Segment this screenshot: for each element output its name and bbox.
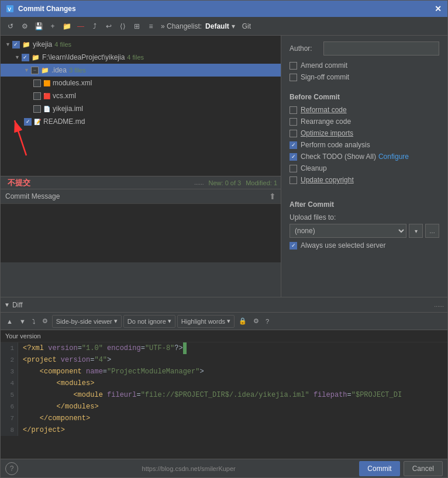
changelist-value: Default: [205, 22, 229, 30]
line-num-6: 6: [1, 401, 18, 413]
optimize-checkbox[interactable]: [290, 130, 297, 137]
tree-item-modules[interactable]: 🟧 modules.xml: [1, 77, 281, 89]
checkbox-yikejia[interactable]: ✓: [12, 41, 20, 49]
tree-item-idea[interactable]: ▼ − 📁 .idea 3 files: [1, 64, 281, 77]
diff-toolbar: ▲ ▼ ⤵ ⚙ Side-by-side viewer ▾ Do not ign…: [1, 313, 447, 330]
highlight-label: Highlight words: [181, 318, 225, 325]
diff-down-btn[interactable]: ▼: [17, 315, 28, 328]
left-panel: ▼ ✓ 📁 yikejia 4 files ▼ ✓ 📁 F:\learn\Ide…: [1, 36, 281, 297]
signoff-label: Sign-off commit: [301, 73, 349, 81]
toolbar-move-btn[interactable]: 📁: [60, 20, 73, 33]
reformat-label: Reformat code: [301, 106, 347, 114]
always-server-checkbox[interactable]: ✓: [290, 242, 297, 250]
tree-item-readme[interactable]: ✓ 📝 README.md: [1, 115, 281, 128]
tree-item-yikejia[interactable]: ▼ ✓ 📁 yikejia 4 files: [1, 38, 281, 51]
highlight-dropdown[interactable]: Highlight words ▾: [177, 315, 235, 328]
status-new: New: 0 of 3: [209, 179, 242, 186]
perform-label: Perform code analysis: [301, 141, 370, 149]
always-server-label: Always use selected server: [301, 241, 385, 250]
perform-checkbox[interactable]: ✓: [290, 141, 297, 149]
commit-message-section: Commit Message ⬆: [1, 189, 281, 264]
checkbox-idea[interactable]: −: [31, 67, 39, 74]
version-label: Your version: [1, 330, 447, 342]
line-num-7: 7: [1, 413, 18, 424]
ignore-dropdown[interactable]: Do not ignore ▾: [123, 315, 175, 328]
reformat-row: Reformat code: [290, 106, 439, 114]
toolbar-refresh-btn[interactable]: ↺: [4, 20, 17, 33]
line-content-2: <project version="4">: [18, 354, 111, 366]
author-input[interactable]: [323, 41, 439, 56]
action-buttons: Commit Cancel: [359, 461, 443, 476]
tree-item-path[interactable]: ▼ ✓ 📁 F:\learn\IdeaProject\yikejia 4 fil…: [1, 51, 281, 64]
always-server-row: ✓ Always use selected server: [290, 241, 439, 250]
checkbox-iml[interactable]: [33, 105, 41, 113]
toolbar-settings-btn[interactable]: ⚙: [18, 20, 31, 33]
diff-collapse-arrow[interactable]: ▼: [4, 302, 10, 308]
tree-label-path: F:\learn\IdeaProject\yikejia: [42, 53, 125, 61]
commit-button[interactable]: Commit: [359, 461, 399, 476]
code-line-6: 6 </modules>: [1, 401, 447, 413]
diff-help-btn[interactable]: ?: [263, 315, 271, 328]
perform-row: ✓ Perform code analysis: [290, 141, 439, 149]
checkbox-readme[interactable]: ✓: [24, 118, 32, 126]
dropdown-arrow-btn[interactable]: ▾: [409, 224, 423, 238]
close-button[interactable]: ✕: [433, 4, 443, 13]
dropdown-more-btn[interactable]: …: [425, 224, 439, 238]
diff-lock-btn[interactable]: 🔒: [236, 315, 249, 328]
author-label: Author:: [290, 44, 319, 53]
cleanup-label: Cleanup: [301, 164, 327, 172]
line-content-4: <modules>: [18, 377, 94, 389]
tree-label-modules: modules.xml: [53, 79, 92, 87]
cancel-button[interactable]: Cancel: [404, 461, 443, 476]
file-icon-modules: 🟧: [43, 80, 50, 86]
rearrange-row: Rearrange code: [290, 117, 439, 126]
diff-expand-dots: ......: [434, 302, 444, 308]
highlight-arrow: ▾: [227, 317, 230, 325]
checkbox-vcs[interactable]: [33, 92, 41, 100]
toolbar-arrow-btn[interactable]: ⤴: [88, 20, 101, 33]
diff-settings-btn[interactable]: ⚙: [40, 315, 50, 328]
line-content-5: <module fileurl="file://$PROJECT_DIR$/.i…: [18, 389, 402, 401]
ignore-arrow: ▾: [168, 317, 171, 325]
signoff-checkbox[interactable]: [290, 74, 297, 81]
copyright-label: Update copyright: [301, 176, 354, 184]
todo-checkbox[interactable]: ✓: [290, 153, 297, 161]
toolbar-save-btn[interactable]: 💾: [32, 20, 45, 33]
upload-select[interactable]: (none): [290, 224, 406, 238]
signoff-row: Sign-off commit: [290, 73, 439, 81]
tree-item-vcs[interactable]: 🟥 vcs.xml: [1, 89, 281, 102]
rearrange-checkbox[interactable]: [290, 118, 297, 126]
copyright-row: Update copyright: [290, 176, 439, 184]
line-num-5: 5: [1, 389, 18, 401]
reformat-checkbox[interactable]: [290, 106, 297, 114]
file-icon-readme: 📝: [34, 119, 41, 125]
viewer-arrow: ▾: [114, 317, 118, 325]
diff-copy-btn[interactable]: ⤵: [30, 315, 38, 328]
toolbar-expand-btn[interactable]: ⊞: [130, 20, 143, 33]
viewer-dropdown[interactable]: Side-by-side viewer ▾: [52, 315, 122, 328]
copyright-checkbox[interactable]: [290, 176, 297, 184]
ignore-label: Do not ignore: [127, 318, 166, 325]
configure-link[interactable]: Configure: [378, 153, 409, 161]
checkbox-path[interactable]: ✓: [22, 54, 29, 61]
code-line-7: 7 </component>: [1, 413, 447, 424]
diff-gear-btn[interactable]: ⚙: [251, 315, 261, 328]
commit-message-input[interactable]: [1, 204, 281, 262]
diff-up-btn[interactable]: ▲: [4, 315, 15, 328]
checkbox-modules[interactable]: [33, 79, 41, 87]
rearrange-label: Rearrange code: [301, 117, 351, 126]
toolbar-add-btn[interactable]: +: [46, 20, 59, 33]
diff-title: Diff: [12, 301, 23, 309]
diff-content: Your version 1 <?xml version="1.0" encod…: [1, 330, 447, 459]
tree-label-iml: yikejia.iml: [53, 105, 83, 113]
toolbar-list-btn[interactable]: ≡: [144, 20, 157, 33]
toolbar-undo-btn[interactable]: ↩: [102, 20, 115, 33]
git-tab[interactable]: Git: [242, 22, 251, 30]
toolbar-red1-btn[interactable]: —: [74, 20, 87, 33]
help-button[interactable]: ?: [5, 462, 18, 475]
tree-item-iml[interactable]: 📄 yikejia.iml: [1, 102, 281, 115]
toolbar-diff-btn[interactable]: ⟨⟩: [116, 20, 129, 33]
upload-label: Upload files to:: [290, 213, 439, 221]
amend-checkbox[interactable]: [290, 62, 297, 70]
cleanup-checkbox[interactable]: [290, 165, 297, 172]
